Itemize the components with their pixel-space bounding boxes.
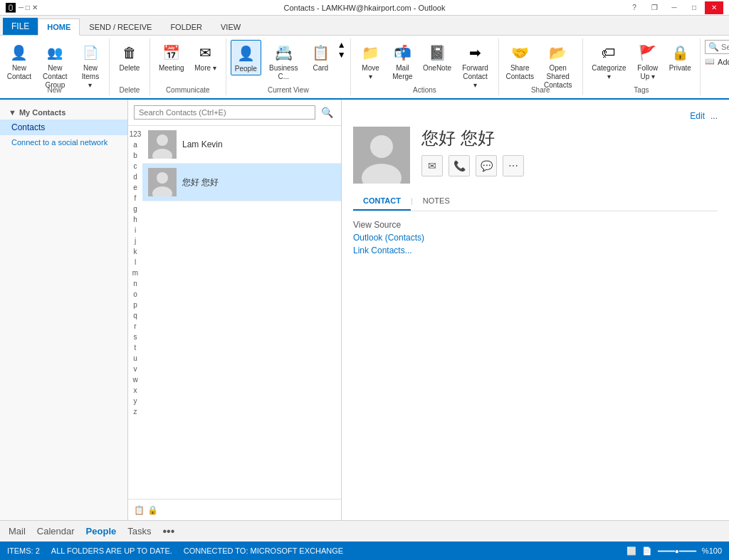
contact-item-nihao[interactable]: 您好 您好: [142, 164, 341, 201]
contact-detail-header: 您好 您好 ✉ 📞 💬 ⋯: [353, 127, 718, 184]
window-title: Contacts - LAMKHW@hkairport.com - Outloo…: [0, 4, 729, 12]
alpha-q[interactable]: q: [133, 310, 137, 321]
alpha-123[interactable]: 123: [130, 129, 142, 139]
private-button[interactable]: 🔒 Private: [665, 40, 696, 74]
alpha-x[interactable]: x: [134, 385, 137, 396]
alpha-z[interactable]: z: [134, 406, 137, 417]
outlook-contacts-link[interactable]: Outlook (Contacts): [353, 233, 718, 243]
tab-home[interactable]: HOME: [38, 19, 80, 36]
address-book-label: Address Book: [718, 58, 729, 66]
alpha-b[interactable]: b: [133, 150, 137, 161]
tab-send-receive[interactable]: SEND / RECEIVE: [80, 18, 161, 35]
communicate-group-label: Communicate: [150, 86, 226, 94]
alpha-t[interactable]: t: [135, 342, 137, 353]
search-contacts-button[interactable]: 🔍: [318, 104, 335, 121]
alpha-p[interactable]: p: [133, 300, 137, 310]
search-people-input[interactable]: [721, 43, 729, 51]
alpha-o[interactable]: o: [133, 289, 137, 300]
tab-view[interactable]: VIEW: [211, 18, 250, 35]
alpha-i[interactable]: i: [135, 225, 136, 236]
nav-tasks[interactable]: Tasks: [127, 523, 151, 539]
ribbon-group-current-view: 👤 People 📇 Business C... 📋 Card ▲ ▼ Curr…: [226, 38, 352, 95]
link-contacts-link[interactable]: Link Contacts...: [353, 245, 718, 255]
categorize-label: Categorize ▾: [592, 64, 626, 81]
new-contact-group-button[interactable]: 👥 New ContactGroup: [36, 40, 75, 91]
contact-list-body: 123 a b c d e f g h i j k l m n o p q r …: [128, 126, 341, 499]
alpha-n[interactable]: n: [133, 278, 137, 289]
search-contacts-input[interactable]: [134, 105, 315, 120]
tab-folder[interactable]: FOLDER: [161, 18, 211, 35]
phone-action-button[interactable]: 📞: [449, 155, 470, 176]
alpha-f[interactable]: f: [135, 193, 137, 204]
nav-calendar[interactable]: Calendar: [37, 523, 75, 539]
share-contacts-button[interactable]: 🤝 ShareContacts: [503, 40, 537, 83]
alpha-a[interactable]: a: [133, 139, 137, 150]
email-action-button[interactable]: ✉: [421, 155, 443, 176]
alpha-d[interactable]: d: [133, 171, 137, 182]
more-label: More ▾: [194, 64, 216, 73]
more-action-button[interactable]: ⋯: [503, 155, 524, 176]
my-contacts-header[interactable]: ▼ My Contacts: [0, 105, 127, 120]
alpha-m[interactable]: m: [132, 268, 138, 278]
address-book-row[interactable]: 📖 Address Book: [705, 57, 729, 66]
people-view-button[interactable]: 👤 People: [231, 40, 262, 75]
people-view-label: People: [235, 65, 257, 73]
alpha-v[interactable]: v: [134, 364, 137, 374]
alpha-g[interactable]: g: [133, 204, 137, 214]
bottom-nav: Mail Calendar People Tasks •••: [0, 520, 729, 541]
contact-item-lam-kevin[interactable]: Lam Kevin: [142, 126, 341, 164]
card-icon: 📋: [309, 41, 332, 64]
sidebar-item-contacts[interactable]: Contacts: [0, 120, 127, 135]
alpha-w[interactable]: w: [132, 374, 137, 385]
delete-button[interactable]: 🗑 Delete: [114, 40, 145, 74]
business-card-button[interactable]: 📇 Business C...: [263, 40, 304, 83]
new-group-label: New: [0, 86, 109, 94]
alpha-s[interactable]: s: [134, 332, 137, 342]
chat-action-button[interactable]: 💬: [476, 155, 497, 176]
detail-edit-button[interactable]: Edit: [690, 111, 705, 121]
ribbon-group-share: 🤝 ShareContacts 📂 Open SharedContacts Sh…: [499, 38, 583, 95]
new-items-button[interactable]: 📄 NewItems ▾: [76, 40, 105, 91]
nav-people[interactable]: People: [86, 523, 117, 539]
footer-icon-2: 🔒: [147, 505, 158, 515]
alpha-h[interactable]: h: [133, 214, 137, 225]
onenote-button[interactable]: 📓 OneNote: [419, 40, 455, 74]
alpha-e[interactable]: e: [133, 182, 137, 193]
card-button[interactable]: 📋 Card: [305, 40, 335, 74]
minimize-button[interactable]: ─: [665, 1, 683, 14]
alpha-l[interactable]: l: [135, 257, 136, 268]
alpha-j[interactable]: j: [135, 236, 136, 246]
open-shared-contacts-button[interactable]: 📂 Open SharedContacts: [538, 40, 578, 91]
detail-more-button[interactable]: ...: [710, 111, 718, 121]
close-button[interactable]: ✕: [705, 1, 723, 14]
help-button[interactable]: ?: [625, 1, 644, 14]
connect-social-link[interactable]: Connect to a social network: [0, 135, 127, 149]
nav-mail[interactable]: Mail: [9, 523, 26, 539]
status-bar-right: ⬜ 📄 ━━━━●━━━━ %100: [626, 546, 722, 556]
more-button[interactable]: ✉ More ▾: [190, 40, 221, 74]
meeting-button[interactable]: 📅 Meeting: [154, 40, 189, 74]
move-button[interactable]: 📁 Move ▾: [355, 40, 386, 83]
categorize-button[interactable]: 🏷 Categorize ▾: [587, 40, 631, 83]
nav-more[interactable]: •••: [162, 525, 174, 538]
new-contact-button[interactable]: 👤 NewContact: [4, 40, 34, 83]
alpha-u[interactable]: u: [133, 353, 137, 364]
avatar-lam-kevin: [148, 130, 177, 159]
alpha-y[interactable]: y: [134, 396, 137, 406]
contact-name-nihao: 您好 您好: [182, 176, 219, 189]
maximize-button[interactable]: □: [685, 1, 703, 14]
search-people-box[interactable]: 🔍: [705, 40, 729, 54]
tab-notes[interactable]: NOTES: [413, 192, 460, 211]
restore-button[interactable]: ❐: [645, 1, 664, 14]
tab-contact[interactable]: CONTACT: [353, 192, 411, 211]
tab-file[interactable]: FILE: [3, 18, 38, 35]
follow-up-button[interactable]: 🚩 FollowUp ▾: [632, 40, 664, 83]
address-book-icon: 📖: [705, 57, 715, 66]
alpha-c[interactable]: c: [134, 161, 137, 171]
zoom-slider[interactable]: ━━━━●━━━━: [658, 547, 696, 555]
forward-contact-button[interactable]: ➡ ForwardContact ▾: [456, 40, 494, 91]
mail-merge-button[interactable]: 📬 MailMerge: [387, 40, 418, 83]
alpha-r[interactable]: r: [134, 321, 136, 332]
view-scroll[interactable]: ▲ ▼: [337, 40, 346, 60]
alpha-k[interactable]: k: [134, 246, 137, 257]
